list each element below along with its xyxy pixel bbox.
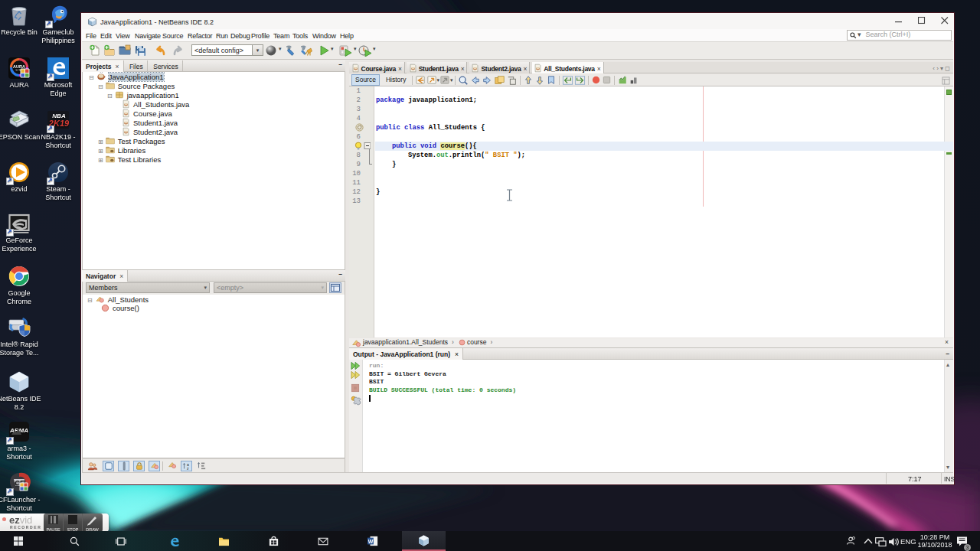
svg-text:AURA: AURA	[13, 64, 25, 69]
svg-text:z: z	[187, 466, 189, 471]
